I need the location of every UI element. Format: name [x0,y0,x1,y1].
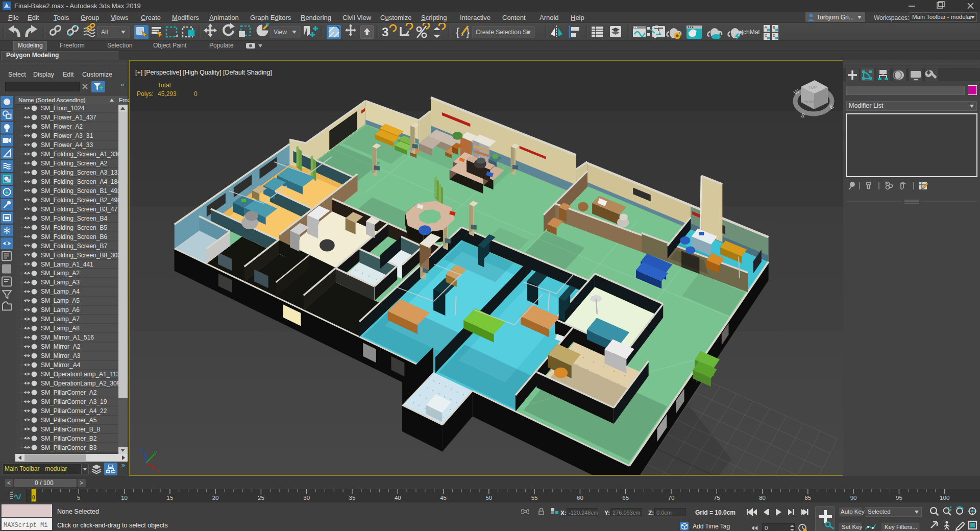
svg-text:SM_Folding_Screen_A4_184: SM_Folding_Screen_A4_184 [41,178,118,185]
svg-text:30: 30 [303,495,310,501]
svg-text:SM_Lamp_A5: SM_Lamp_A5 [41,297,80,304]
svg-text:85: 85 [804,495,811,501]
svg-text:SM_Folding_Screen_B1_492: SM_Folding_Screen_B1_492 [41,187,118,195]
svg-text:SM_Mirror_A3: SM_Mirror_A3 [41,352,81,359]
svg-text:SM_Folding_Screen_B2_498: SM_Folding_Screen_B2_498 [41,197,118,204]
svg-text:25: 25 [258,495,264,501]
svg-text:A: A [765,26,767,29]
svg-text:15: 15 [167,495,174,501]
svg-text:65: 65 [622,495,629,501]
svg-text:55: 55 [531,495,538,501]
svg-text:SM_PillarCorner_A2: SM_PillarCorner_A2 [41,389,97,396]
svg-text:SM_Flower_A3_31: SM_Flower_A3_31 [41,132,93,139]
svg-text:SM_Folding_Screen_B6: SM_Folding_Screen_B6 [41,233,107,240]
svg-text:SM_Folding_Screen_A3_131: SM_Folding_Screen_A3_131 [41,169,118,176]
svg-text:SM_Lamp_A4: SM_Lamp_A4 [41,288,80,295]
svg-text:80: 80 [759,495,766,501]
svg-text:B: B [773,26,775,29]
svg-text:FRONT: FRONT [802,100,815,104]
svg-text:SM_PillarCorner_B_8: SM_PillarCorner_B_8 [41,426,100,433]
svg-text:100: 100 [940,495,949,501]
svg-text:45,293: 45,293 [158,90,177,98]
svg-text:40: 40 [395,495,401,501]
svg-text:95: 95 [896,495,902,501]
svg-text:SM_Flower_A4_33: SM_Flower_A4_33 [41,141,93,149]
svg-text:10: 10 [121,495,128,501]
svg-text:SM_Lamp_A1_441: SM_Lamp_A1_441 [41,261,93,268]
svg-text:SM_Mirror_A4: SM_Mirror_A4 [41,361,81,369]
svg-text:TOP: TOP [808,85,817,90]
svg-text:50: 50 [485,495,492,501]
svg-text:SM_PillarCorner_B2: SM_PillarCorner_B2 [41,435,97,442]
svg-text:x: x [157,468,160,474]
svg-text:SM_Lamp_A2: SM_Lamp_A2 [41,270,80,277]
svg-text:y: y [154,450,157,455]
svg-text:SM_Folding_Screen_B7: SM_Folding_Screen_B7 [41,243,107,250]
svg-text:SM_Lamp_A3: SM_Lamp_A3 [41,279,80,286]
svg-text:35: 35 [349,495,356,501]
svg-text:SM_Folding_Screen_B8_303: SM_Folding_Screen_B8_303 [41,252,118,259]
svg-text:SM_Folding_Screen_B4: SM_Folding_Screen_B4 [41,215,107,222]
svg-text:20: 20 [212,495,219,501]
svg-text:z: z [141,448,143,453]
svg-text:C: C [765,34,767,37]
svg-text:3: 3 [382,25,388,39]
svg-text:5: 5 [77,495,80,501]
svg-text:0: 0 [194,90,198,98]
svg-text:SM_Folding_Screen_B3_477: SM_Folding_Screen_B3_477 [41,206,118,213]
svg-text:70: 70 [668,495,675,501]
svg-text:SM_Lamp_A7: SM_Lamp_A7 [41,316,80,323]
svg-text:SM_Folding_Screen_A2: SM_Folding_Screen_A2 [41,160,107,167]
svg-text:SM_Lamp_A8: SM_Lamp_A8 [41,325,80,332]
svg-text:View: View [274,29,287,36]
svg-text:SM_Folding_Screen_B5: SM_Folding_Screen_B5 [41,224,107,231]
svg-text:SM_PillarCorner_A3_19: SM_PillarCorner_A3_19 [41,398,107,405]
svg-text:SM_Mirror_A1_516: SM_Mirror_A1_516 [41,334,94,341]
svg-text:90: 90 [850,495,857,501]
svg-text:SM_PillarCorner_B3: SM_PillarCorner_B3 [41,444,97,451]
svg-text:Create Selection Se: Create Selection Se [476,29,530,36]
svg-text:SM_PillarCorner_A5: SM_PillarCorner_A5 [41,417,97,424]
svg-text:Total: Total [158,82,170,89]
svg-text:60: 60 [577,495,583,501]
svg-text:[+] [Perspective] [High Qualit: [+] [Perspective] [High Quality] [Defaul… [135,69,272,76]
svg-text:SM_OperationLamp_A1_113: SM_OperationLamp_A1_113 [41,371,118,378]
svg-text:45: 45 [440,495,447,501]
svg-text:Polys:: Polys: [137,90,154,98]
svg-text:SM_Flower_A2: SM_Flower_A2 [41,123,83,130]
svg-text:D: D [773,34,775,37]
svg-text:SM_Lamp_A6: SM_Lamp_A6 [41,306,80,313]
svg-text:75: 75 [714,495,720,501]
svg-text:SM_Mirror_A2: SM_Mirror_A2 [41,343,81,350]
svg-text:SM_Folding_Screen_A1_330: SM_Folding_Screen_A1_330 [41,151,118,158]
svg-text:SM_Flower_A1_437: SM_Flower_A1_437 [41,114,96,121]
svg-text:{: { [456,26,459,38]
svg-text:SM_PillarCorner_A4_22: SM_PillarCorner_A4_22 [41,407,107,415]
svg-text:SM_OperationLamp_A2_309: SM_OperationLamp_A2_309 [41,380,118,387]
svg-text:SM_Floor_1024: SM_Floor_1024 [41,105,85,112]
